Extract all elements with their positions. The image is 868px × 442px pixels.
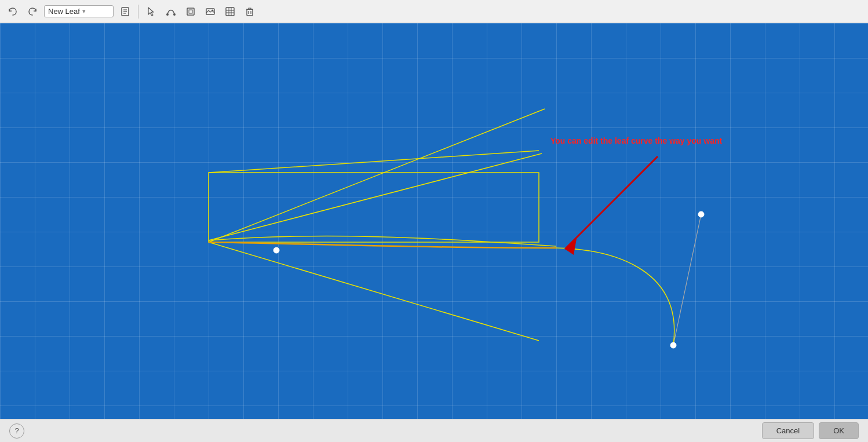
svg-rect-7 xyxy=(189,10,192,13)
svg-line-18 xyxy=(209,109,545,242)
bottom-bar: ? Cancel OK xyxy=(0,419,868,442)
table-button[interactable] xyxy=(222,3,238,20)
canvas-area[interactable]: You can edit the leaf curve the way you … xyxy=(0,23,868,419)
svg-point-9 xyxy=(212,9,214,11)
ok-button[interactable]: OK xyxy=(819,422,859,439)
redo-button[interactable] xyxy=(24,3,41,20)
svg-point-26 xyxy=(670,342,676,348)
svg-point-25 xyxy=(698,211,704,217)
svg-rect-6 xyxy=(187,8,194,15)
svg-rect-10 xyxy=(226,8,234,16)
pointer-button[interactable] xyxy=(143,3,159,20)
dropdown-label: New Leaf xyxy=(48,7,80,16)
cancel-button[interactable]: Cancel xyxy=(762,422,814,439)
delete-button[interactable] xyxy=(242,3,258,20)
svg-rect-20 xyxy=(209,173,539,242)
svg-line-22 xyxy=(209,154,542,240)
svg-rect-15 xyxy=(247,9,253,16)
toolbar: New Leaf ▾ xyxy=(0,0,868,23)
bezier-button[interactable] xyxy=(163,3,179,20)
divider-1 xyxy=(138,5,138,19)
svg-point-24 xyxy=(273,247,279,253)
svg-line-21 xyxy=(209,151,539,173)
svg-line-23 xyxy=(673,214,701,345)
svg-line-27 xyxy=(565,156,658,249)
svg-point-5 xyxy=(173,13,176,16)
image-button[interactable] xyxy=(202,3,218,20)
svg-line-19 xyxy=(209,242,539,341)
dropdown-arrow: ▾ xyxy=(82,8,86,15)
action-buttons: Cancel OK xyxy=(762,422,859,439)
svg-point-4 xyxy=(166,13,169,16)
frame-button[interactable] xyxy=(183,3,199,20)
undo-button[interactable] xyxy=(5,3,21,20)
pages-button[interactable] xyxy=(117,3,133,20)
name-dropdown[interactable]: New Leaf ▾ xyxy=(44,5,114,17)
canvas-svg xyxy=(0,23,868,419)
help-button[interactable]: ? xyxy=(9,423,24,439)
